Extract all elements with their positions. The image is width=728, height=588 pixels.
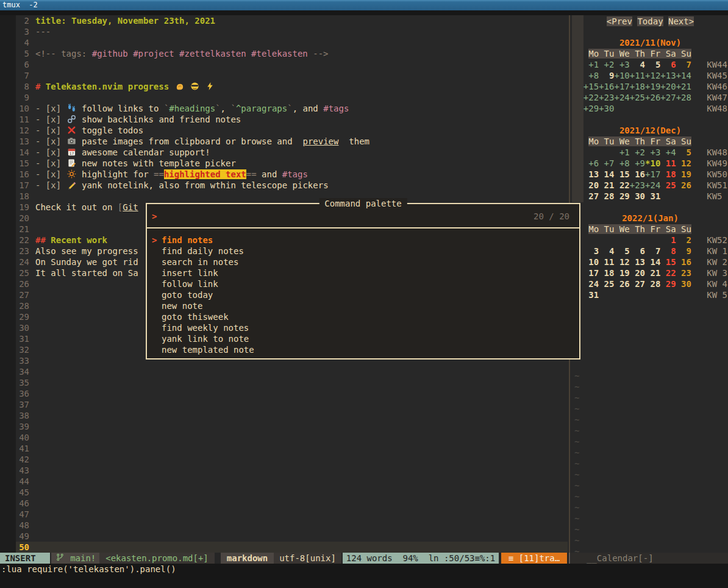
calendar-day[interactable]: 30: [630, 191, 645, 201]
calendar-day[interactable]: 15: [660, 257, 676, 267]
calendar-day[interactable]: 29: [660, 279, 676, 289]
editor-line[interactable]: 9: [0, 92, 569, 103]
calendar-day[interactable]: +18: [630, 82, 645, 91]
calendar-day[interactable]: 26: [676, 180, 691, 190]
calendar-day[interactable]: +7: [599, 158, 614, 168]
editor-line[interactable]: 48: [0, 520, 569, 531]
calendar-day[interactable]: 27: [630, 279, 645, 289]
calendar-day[interactable]: +1: [614, 147, 629, 157]
calendar-day[interactable]: 16: [676, 257, 691, 267]
calendar-day[interactable]: 4: [630, 60, 645, 69]
calendar-day[interactable]: +28: [676, 93, 691, 102]
editor-line[interactable]: 6: [0, 59, 569, 70]
calendar-day[interactable]: +8: [614, 158, 629, 168]
editor-line[interactable]: 44: [0, 476, 569, 487]
calendar-day[interactable]: 11: [660, 158, 676, 168]
calendar-day[interactable]: 11: [599, 257, 614, 267]
calendar-today-button[interactable]: Today: [637, 16, 663, 26]
editor-line[interactable]: 12- [x] toggle todos: [0, 125, 569, 136]
calendar-day[interactable]: +3: [645, 147, 660, 157]
calendar-day[interactable]: 21: [599, 180, 614, 190]
calendar-day[interactable]: +6: [583, 158, 599, 168]
palette-item-follow-link[interactable]: follow link: [147, 278, 579, 289]
editor-line[interactable]: 8# Telekasten.nvim progress: [0, 81, 569, 92]
calendar-day[interactable]: +9: [630, 158, 645, 168]
editor-line[interactable]: 41: [0, 443, 569, 454]
calendar-day[interactable]: 6: [630, 246, 645, 256]
calendar-day[interactable]: +16: [599, 82, 614, 91]
editor-line[interactable]: 42: [0, 454, 569, 465]
editor-line[interactable]: 15- [x] new notes with template picker: [0, 158, 569, 169]
calendar-day[interactable]: 7: [676, 60, 691, 69]
calendar-day[interactable]: 21: [645, 268, 660, 278]
editor-line[interactable]: 7: [0, 70, 569, 81]
calendar-day[interactable]: +26: [645, 93, 660, 102]
calendar-day[interactable]: +25: [630, 93, 645, 102]
calendar-day[interactable]: +21: [676, 82, 691, 91]
editor-line[interactable]: 2title: Tuesday, November 23th, 2021: [0, 15, 569, 26]
calendar-day[interactable]: 9: [676, 246, 691, 256]
palette-item-find-weekly-notes[interactable]: find weekly notes: [147, 322, 579, 333]
editor-line[interactable]: 4: [0, 37, 569, 48]
editor-line[interactable]: 34: [0, 366, 569, 377]
palette-item-goto-thisweek[interactable]: goto thisweek: [147, 311, 579, 322]
calendar-day[interactable]: 5: [614, 246, 629, 256]
calendar-day[interactable]: +29: [583, 104, 599, 113]
editor-line[interactable]: 10- [x] follow links to `#headings`, `^p…: [0, 103, 569, 114]
calendar-day[interactable]: +4: [660, 147, 676, 157]
editor-line[interactable]: 49: [0, 531, 569, 542]
palette-item-goto-today[interactable]: goto today: [147, 289, 579, 300]
editor-line[interactable]: 50: [0, 542, 569, 553]
calendar-day[interactable]: +2: [599, 60, 614, 69]
palette-prompt-input[interactable]: >: [152, 211, 157, 222]
calendar-day[interactable]: 6: [660, 60, 676, 69]
calendar-day[interactable]: +12: [645, 71, 660, 80]
editor-line[interactable]: 39: [0, 421, 569, 432]
calendar-day[interactable]: +27: [660, 93, 676, 102]
calendar-day[interactable]: 14: [599, 169, 614, 179]
calendar-day[interactable]: 14: [645, 257, 660, 267]
calendar-day[interactable]: +24: [645, 180, 660, 190]
calendar-day[interactable]: +15: [583, 82, 599, 91]
calendar-day[interactable]: 19: [676, 169, 691, 179]
editor-line[interactable]: 45: [0, 487, 569, 498]
editor-line[interactable]: 47: [0, 509, 569, 520]
calendar-day[interactable]: 1: [660, 235, 676, 245]
calendar-day[interactable]: +10: [614, 71, 629, 80]
calendar-day[interactable]: 25: [599, 279, 614, 289]
calendar-day[interactable]: 17: [583, 268, 599, 278]
calendar-day[interactable]: 26: [614, 279, 629, 289]
editor-line[interactable]: 40: [0, 432, 569, 443]
editor-line[interactable]: 11- [x] show backlinks and friend notes: [0, 114, 569, 125]
editor-line[interactable]: 18: [0, 191, 569, 202]
calendar-day[interactable]: 8: [660, 246, 676, 256]
editor-line[interactable]: 16- [x] highlight for ==highlighted text…: [0, 169, 569, 180]
calendar-day[interactable]: +17: [645, 169, 660, 179]
editor-line[interactable]: 46: [0, 498, 569, 509]
editor-line[interactable]: 43: [0, 465, 569, 476]
calendar-day[interactable]: 23: [676, 268, 691, 278]
calendar-day[interactable]: 18: [660, 169, 676, 179]
editor-line[interactable]: 35: [0, 377, 569, 388]
editor-line[interactable]: 3---: [0, 26, 569, 37]
editor-line[interactable]: 14- [x] 17 awesome calendar support!: [0, 147, 569, 158]
command-line[interactable]: :lua require('telekasten').panel(): [0, 564, 728, 575]
calendar-next-button[interactable]: Next>: [668, 16, 694, 26]
editor-line[interactable]: 36: [0, 388, 569, 399]
calendar-day[interactable]: 29: [614, 191, 629, 201]
calendar-day[interactable]: 5: [645, 60, 660, 69]
editor-line[interactable]: 17- [x] yank notelink, also from wthin t…: [0, 180, 569, 191]
calendar-day[interactable]: 3: [583, 246, 599, 256]
calendar-day[interactable]: +8: [583, 71, 599, 80]
calendar-day[interactable]: 2: [676, 235, 691, 245]
palette-item-insert-link[interactable]: insert link: [147, 267, 579, 278]
calendar-day[interactable]: 10: [583, 257, 599, 267]
palette-item-new-note[interactable]: new note: [147, 300, 579, 311]
calendar-day[interactable]: 25: [660, 180, 676, 190]
calendar-day[interactable]: +13: [660, 71, 676, 80]
calendar-day[interactable]: 15: [614, 169, 629, 179]
calendar-day[interactable]: 30: [676, 279, 691, 289]
calendar-day[interactable]: +20: [660, 82, 676, 91]
calendar-day[interactable]: +24: [614, 93, 629, 102]
editor-line[interactable]: 5<!-- tags: #github #project #zettelkast…: [0, 48, 569, 59]
